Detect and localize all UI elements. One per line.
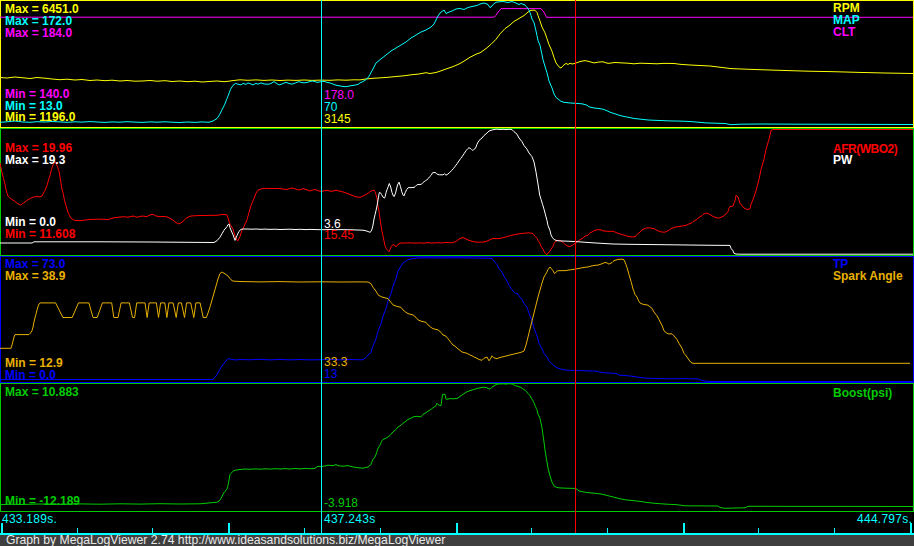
svg-text:Min = 1196.0: Min = 1196.0 [5, 110, 76, 124]
svg-text:Boost(psi): Boost(psi) [833, 386, 892, 400]
svg-text:15.45: 15.45 [324, 228, 354, 242]
svg-text:3145: 3145 [324, 112, 351, 126]
svg-text:Max = 19.3: Max = 19.3 [5, 153, 66, 167]
svg-text:Max = 38.9: Max = 38.9 [5, 269, 66, 283]
svg-text:Min = 0.0: Min = 0.0 [5, 368, 56, 382]
svg-text:444.797s.: 444.797s. [857, 512, 912, 526]
svg-text:Graph by MegaLogViewer 2.74 ht: Graph by MegaLogViewer 2.74 http://www.i… [6, 533, 445, 546]
svg-text:Min = -12.189: Min = -12.189 [5, 494, 80, 508]
svg-text:Min = 11.608: Min = 11.608 [5, 227, 76, 241]
svg-text:13: 13 [324, 367, 338, 381]
svg-text:PW: PW [833, 153, 853, 167]
svg-text:CLT: CLT [833, 25, 856, 39]
svg-text:Spark Angle: Spark Angle [833, 269, 903, 283]
svg-text:433.189s.: 433.189s. [2, 512, 57, 526]
svg-text:437.243s: 437.243s [324, 512, 375, 526]
svg-text:Max = 184.0: Max = 184.0 [5, 26, 72, 40]
svg-text:-3.918: -3.918 [324, 496, 358, 510]
svg-text:Max = 10.883: Max = 10.883 [5, 385, 79, 399]
